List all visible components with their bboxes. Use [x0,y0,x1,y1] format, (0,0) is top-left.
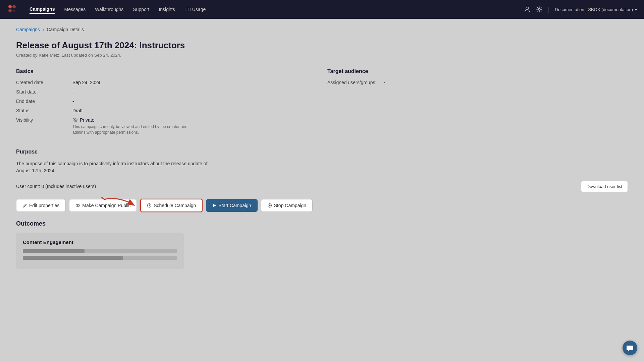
nav-messages[interactable]: Messages [64,5,86,13]
bar-fill-1 [23,249,85,253]
chevron-down-icon: ▾ [635,7,637,12]
start-date-row: Start date - [16,89,317,95]
nav-walkthroughs[interactable]: Walkthroughs [95,5,123,13]
nav-divider: | [548,6,550,13]
bar-bg-2 [23,256,177,260]
page-title: Release of August 17th 2024: Instructors [16,40,628,51]
purpose-text: The purpose of this campaign is to proac… [16,160,217,174]
chat-bubble-button[interactable] [623,341,637,355]
breadcrumb-campaigns-link[interactable]: Campaigns [16,27,40,32]
svg-point-3 [13,10,15,12]
eye-icon [75,203,80,208]
clock-icon [147,203,152,208]
user-count-text: User count: 0 (Includes inactive users) [16,184,96,189]
stop-label: Stop Campaign [274,203,307,208]
page-subtitle: Created by Katie Metz. Last updated on S… [16,53,628,58]
user-count-row: User count: 0 (Includes inactive users) … [16,181,628,192]
content-engagement-card: Content Engagement [16,233,184,269]
play-icon [212,203,216,207]
visibility-text: Private [80,117,95,123]
make-campaign-label: Make Campaign Public [82,203,130,208]
svg-rect-12 [269,204,270,206]
purpose-section: Purpose The purpose of this campaign is … [16,149,628,212]
created-date-label: Created date [16,80,70,85]
bar-fill-2 [23,256,123,260]
action-buttons: Edit properties Make Campaign Public [16,199,628,212]
nav-items: Campaigns Messages Walkthroughs Support … [30,5,513,14]
start-date-value: - [72,89,317,95]
nav-campaigns[interactable]: Campaigns [30,5,55,14]
nav-insights[interactable]: Insights [159,5,175,13]
nav-support[interactable]: Support [133,5,149,13]
start-campaign-button[interactable]: Start Campaign [206,199,257,212]
svg-point-4 [526,7,529,10]
content-engagement-title: Content Engagement [23,239,177,245]
status-value: Draft [72,108,317,113]
bar-bg-1 [23,249,177,253]
download-user-list-button[interactable]: Download user list [581,181,628,192]
schedule-campaign-button[interactable]: Schedule Campaign [140,199,203,212]
visibility-row: Visibility Private This campaign can onl… [16,117,317,135]
end-date-row: End date - [16,99,317,104]
purpose-title: Purpose [16,149,628,155]
svg-marker-10 [213,204,216,207]
visibility-value-container: Private This campaign can only be viewed… [72,117,317,135]
svg-point-7 [77,205,78,206]
workspace-selector[interactable]: Documentation - SBOX (documentation) ▾ [555,7,637,12]
stop-campaign-button[interactable]: Stop Campaign [261,199,313,212]
status-label: Status [16,108,70,113]
start-date-label: Start date [16,89,70,95]
assigned-users-row: Assigned users/groups: - [327,80,628,85]
edit-properties-button[interactable]: Edit properties [16,199,66,212]
outcomes-title: Outcomes [16,220,628,227]
user-icon-button[interactable] [524,6,531,13]
stop-icon [267,203,272,208]
visibility-note: This campaign can only be viewed and edi… [72,124,193,135]
basics-title: Basics [16,68,317,74]
edit-label: Edit properties [29,203,59,208]
assigned-users-label: Assigned users/groups: [327,80,381,85]
top-navigation: Campaigns Messages Walkthroughs Support … [0,0,644,19]
chat-icon [626,344,634,352]
nav-right: | Documentation - SBOX (documentation) ▾ [524,6,637,13]
nav-lti-usage[interactable]: LTI Usage [184,5,206,13]
svg-point-0 [8,5,12,8]
main-content: Campaigns › Campaign Details Release of … [0,19,644,362]
outcomes-section: Outcomes Content Engagement [16,220,628,269]
bar-2 [23,256,177,260]
breadcrumb: Campaigns › Campaign Details [16,27,628,32]
breadcrumb-current: Campaign Details [47,27,84,32]
settings-icon-button[interactable] [536,6,543,13]
schedule-label: Schedule Campaign [154,203,196,208]
breadcrumb-separator: › [43,27,44,32]
bar-1 [23,249,177,253]
schedule-campaign-container: Schedule Campaign [140,199,203,212]
created-date-value: Sep 24, 2024 [72,80,317,85]
details-grid: Basics Created date Sep 24, 2024 Start d… [16,68,628,138]
end-date-label: End date [16,99,70,104]
visibility-value: Private [72,117,317,123]
eye-slash-icon [72,117,78,123]
edit-icon [22,203,27,208]
svg-point-1 [12,5,16,8]
visibility-label: Visibility [16,117,70,135]
target-audience-section: Target audience Assigned users/groups: - [327,68,628,138]
assigned-users-value: - [384,80,628,85]
target-audience-title: Target audience [327,68,628,74]
created-date-row: Created date Sep 24, 2024 [16,80,317,85]
start-label: Start Campaign [218,203,251,208]
basics-section: Basics Created date Sep 24, 2024 Start d… [16,68,317,138]
svg-point-5 [538,8,540,10]
workspace-label: Documentation - SBOX (documentation) [555,7,633,12]
status-row: Status Draft [16,108,317,113]
make-campaign-public-button[interactable]: Make Campaign Public [69,199,137,212]
end-date-value: - [72,99,317,104]
svg-point-2 [8,9,12,12]
app-logo[interactable] [7,3,19,15]
